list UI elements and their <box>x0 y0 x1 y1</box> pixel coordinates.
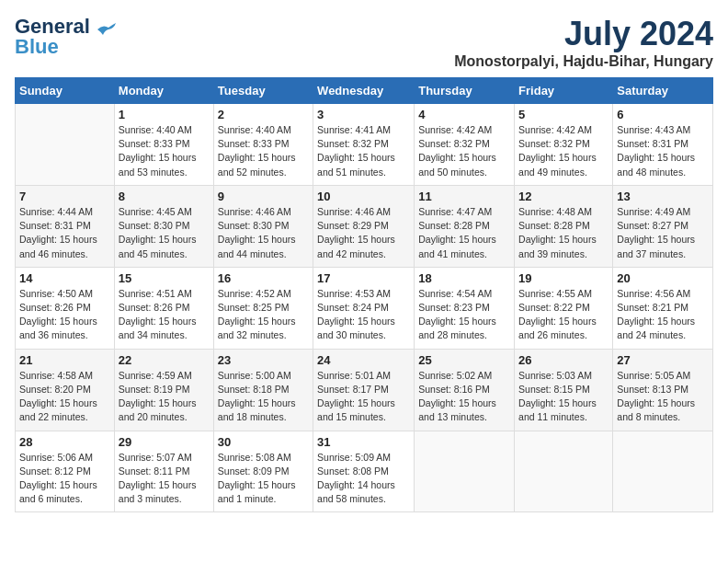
header-cell-monday: Monday <box>114 78 213 104</box>
day-info: Sunrise: 5:06 AM Sunset: 8:12 PM Dayligh… <box>19 451 110 507</box>
header-cell-thursday: Thursday <box>415 78 515 104</box>
day-cell <box>613 431 713 512</box>
day-number: 21 <box>19 353 110 367</box>
day-number: 10 <box>317 190 410 203</box>
day-number: 27 <box>617 353 709 367</box>
day-number: 31 <box>317 435 410 449</box>
day-number: 11 <box>418 190 510 203</box>
logo-blue: Blue <box>15 35 59 59</box>
day-number: 26 <box>518 353 609 367</box>
header-cell-friday: Friday <box>515 78 613 104</box>
day-cell: 12Sunrise: 4:48 AM Sunset: 8:28 PM Dayli… <box>515 185 613 267</box>
day-number: 4 <box>418 108 510 121</box>
day-info: Sunrise: 4:46 AM Sunset: 8:30 PM Dayligh… <box>218 205 309 261</box>
day-number: 25 <box>418 353 510 367</box>
day-cell: 31Sunrise: 5:09 AM Sunset: 8:08 PM Dayli… <box>313 431 415 512</box>
day-info: Sunrise: 4:55 AM Sunset: 8:22 PM Dayligh… <box>518 287 609 343</box>
week-row-3: 14Sunrise: 4:50 AM Sunset: 8:26 PM Dayli… <box>16 267 713 349</box>
day-cell: 16Sunrise: 4:52 AM Sunset: 8:25 PM Dayli… <box>213 267 313 349</box>
day-number: 22 <box>119 353 210 367</box>
day-cell: 25Sunrise: 5:02 AM Sunset: 8:16 PM Dayli… <box>415 349 515 431</box>
day-cell: 2Sunrise: 4:40 AM Sunset: 8:33 PM Daylig… <box>213 104 313 186</box>
day-info: Sunrise: 4:51 AM Sunset: 8:26 PM Dayligh… <box>119 287 210 343</box>
day-info: Sunrise: 5:02 AM Sunset: 8:16 PM Dayligh… <box>418 369 510 425</box>
day-number: 28 <box>19 435 110 449</box>
day-cell: 15Sunrise: 4:51 AM Sunset: 8:26 PM Dayli… <box>114 267 213 349</box>
day-cell: 6Sunrise: 4:43 AM Sunset: 8:31 PM Daylig… <box>613 104 713 186</box>
day-cell: 28Sunrise: 5:06 AM Sunset: 8:12 PM Dayli… <box>16 431 115 512</box>
day-number: 3 <box>317 108 410 121</box>
day-number: 9 <box>218 190 309 203</box>
day-info: Sunrise: 4:50 AM Sunset: 8:26 PM Dayligh… <box>19 287 110 343</box>
day-info: Sunrise: 4:40 AM Sunset: 8:33 PM Dayligh… <box>119 123 210 179</box>
day-info: Sunrise: 5:07 AM Sunset: 8:11 PM Dayligh… <box>119 451 210 507</box>
day-number: 19 <box>518 271 609 285</box>
day-cell: 10Sunrise: 4:46 AM Sunset: 8:29 PM Dayli… <box>313 185 415 267</box>
day-cell: 27Sunrise: 5:05 AM Sunset: 8:13 PM Dayli… <box>613 349 713 431</box>
day-number: 16 <box>218 271 309 285</box>
day-info: Sunrise: 5:08 AM Sunset: 8:09 PM Dayligh… <box>218 451 309 507</box>
day-cell: 1Sunrise: 4:40 AM Sunset: 8:33 PM Daylig… <box>114 104 213 186</box>
header: General Blue July 2024 Monostorpalyi, Ha… <box>15 15 713 70</box>
title-area: July 2024 Monostorpalyi, Hajdu-Bihar, Hu… <box>454 15 713 70</box>
day-number: 13 <box>617 190 709 203</box>
day-cell: 17Sunrise: 4:53 AM Sunset: 8:24 PM Dayli… <box>313 267 415 349</box>
day-cell: 13Sunrise: 4:49 AM Sunset: 8:27 PM Dayli… <box>613 185 713 267</box>
day-info: Sunrise: 5:09 AM Sunset: 8:08 PM Dayligh… <box>317 451 410 507</box>
day-info: Sunrise: 4:53 AM Sunset: 8:24 PM Dayligh… <box>317 287 410 343</box>
day-cell: 9Sunrise: 4:46 AM Sunset: 8:30 PM Daylig… <box>213 185 313 267</box>
day-number: 24 <box>317 353 410 367</box>
day-cell: 29Sunrise: 5:07 AM Sunset: 8:11 PM Dayli… <box>114 431 213 512</box>
day-cell: 18Sunrise: 4:54 AM Sunset: 8:23 PM Dayli… <box>415 267 515 349</box>
day-number: 29 <box>119 435 210 449</box>
day-cell <box>16 104 115 186</box>
day-cell: 7Sunrise: 4:44 AM Sunset: 8:31 PM Daylig… <box>16 185 115 267</box>
day-cell: 3Sunrise: 4:41 AM Sunset: 8:32 PM Daylig… <box>313 104 415 186</box>
day-info: Sunrise: 4:41 AM Sunset: 8:32 PM Dayligh… <box>317 123 410 179</box>
week-row-2: 7Sunrise: 4:44 AM Sunset: 8:31 PM Daylig… <box>16 185 713 267</box>
day-cell: 26Sunrise: 5:03 AM Sunset: 8:15 PM Dayli… <box>515 349 613 431</box>
day-info: Sunrise: 4:59 AM Sunset: 8:19 PM Dayligh… <box>119 369 210 425</box>
day-info: Sunrise: 4:54 AM Sunset: 8:23 PM Dayligh… <box>418 287 510 343</box>
day-info: Sunrise: 4:48 AM Sunset: 8:28 PM Dayligh… <box>518 205 609 261</box>
day-info: Sunrise: 4:42 AM Sunset: 8:32 PM Dayligh… <box>518 123 609 179</box>
month-title: July 2024 <box>454 15 713 53</box>
header-cell-saturday: Saturday <box>613 78 713 104</box>
week-row-4: 21Sunrise: 4:58 AM Sunset: 8:20 PM Dayli… <box>16 349 713 431</box>
day-number: 20 <box>617 271 709 285</box>
day-cell: 8Sunrise: 4:45 AM Sunset: 8:30 PM Daylig… <box>114 185 213 267</box>
day-cell: 4Sunrise: 4:42 AM Sunset: 8:32 PM Daylig… <box>415 104 515 186</box>
day-cell: 11Sunrise: 4:47 AM Sunset: 8:28 PM Dayli… <box>415 185 515 267</box>
day-cell: 24Sunrise: 5:01 AM Sunset: 8:17 PM Dayli… <box>313 349 415 431</box>
day-info: Sunrise: 4:45 AM Sunset: 8:30 PM Dayligh… <box>119 205 210 261</box>
day-number: 12 <box>518 190 609 203</box>
week-row-1: 1Sunrise: 4:40 AM Sunset: 8:33 PM Daylig… <box>16 104 713 186</box>
day-info: Sunrise: 4:47 AM Sunset: 8:28 PM Dayligh… <box>418 205 510 261</box>
day-info: Sunrise: 4:49 AM Sunset: 8:27 PM Dayligh… <box>617 205 709 261</box>
day-number: 1 <box>119 108 210 121</box>
logo: General Blue <box>15 15 116 59</box>
day-number: 2 <box>218 108 309 121</box>
location-subtitle: Monostorpalyi, Hajdu-Bihar, Hungary <box>454 53 713 70</box>
header-row: SundayMondayTuesdayWednesdayThursdayFrid… <box>16 78 713 104</box>
week-row-5: 28Sunrise: 5:06 AM Sunset: 8:12 PM Dayli… <box>16 431 713 512</box>
day-info: Sunrise: 4:52 AM Sunset: 8:25 PM Dayligh… <box>218 287 309 343</box>
day-cell: 14Sunrise: 4:50 AM Sunset: 8:26 PM Dayli… <box>16 267 115 349</box>
day-cell: 23Sunrise: 5:00 AM Sunset: 8:18 PM Dayli… <box>213 349 313 431</box>
calendar-table: SundayMondayTuesdayWednesdayThursdayFrid… <box>15 77 713 512</box>
day-info: Sunrise: 4:56 AM Sunset: 8:21 PM Dayligh… <box>617 287 709 343</box>
day-cell: 30Sunrise: 5:08 AM Sunset: 8:09 PM Dayli… <box>213 431 313 512</box>
day-cell <box>415 431 515 512</box>
day-info: Sunrise: 4:42 AM Sunset: 8:32 PM Dayligh… <box>418 123 510 179</box>
day-number: 7 <box>19 190 110 203</box>
day-number: 14 <box>19 271 110 285</box>
day-number: 5 <box>518 108 609 121</box>
day-cell: 20Sunrise: 4:56 AM Sunset: 8:21 PM Dayli… <box>613 267 713 349</box>
day-info: Sunrise: 4:46 AM Sunset: 8:29 PM Dayligh… <box>317 205 410 261</box>
day-info: Sunrise: 4:44 AM Sunset: 8:31 PM Dayligh… <box>19 205 110 261</box>
day-number: 8 <box>119 190 210 203</box>
day-info: Sunrise: 4:58 AM Sunset: 8:20 PM Dayligh… <box>19 369 110 425</box>
day-info: Sunrise: 5:00 AM Sunset: 8:18 PM Dayligh… <box>218 369 309 425</box>
bird-icon <box>96 22 116 37</box>
day-info: Sunrise: 4:43 AM Sunset: 8:31 PM Dayligh… <box>617 123 709 179</box>
